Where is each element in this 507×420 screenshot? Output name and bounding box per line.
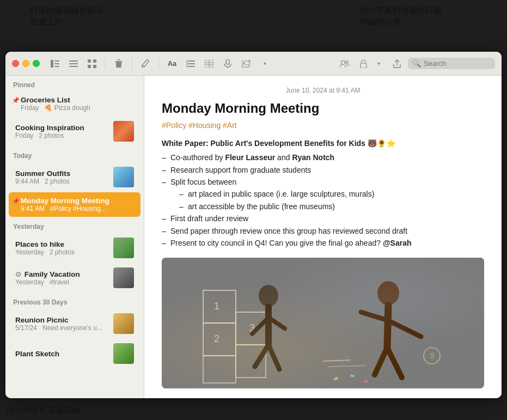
svg-rect-1 [54,60,59,62]
maximize-button[interactable] [33,60,40,67]
table-button[interactable] [201,56,217,71]
svg-rect-9 [88,65,91,68]
chalk-scene: 1 2 3 [162,258,484,388]
svg-point-30 [346,60,349,63]
previous-section-header: Previous 30 Days [5,293,144,308]
callout-pinned-note: 釘選的備忘錄會顯示 在最上方。 [30,4,150,27]
svg-rect-11 [115,61,123,62]
callout-pin-swipe: 向右掃來釘選備忘錄。 [7,404,88,416]
pin-icon: 📌 [12,198,20,205]
svg-line-53 [323,360,350,361]
svg-line-54 [328,366,366,367]
note-title: Monday Morning Meeting [21,197,134,205]
svg-line-49 [361,312,388,320]
svg-point-47 [377,281,399,305]
svg-rect-35 [203,356,236,383]
list-item-text: Split focus between art placed in public… [162,176,484,212]
collaborators-icon [340,60,350,68]
svg-rect-33 [203,290,236,323]
sidebar-toggle-icon [51,60,59,68]
lock-dropdown-button[interactable]: ▾ [371,56,386,71]
svg-point-41 [259,285,278,307]
note-text: Groceries List Friday 🍕 Pizza dough [21,96,134,112]
svg-rect-3 [54,66,59,67]
delete-button[interactable] [111,56,126,71]
note-text: Reunion Picnic 5/17/24 Need everyone's u… [15,316,109,332]
svg-text:5: 5 [430,351,435,360]
list-view-button[interactable] [66,56,81,71]
list-item[interactable]: Cooking Inspiration Friday 2 photos [9,117,141,146]
svg-rect-2 [54,63,59,64]
svg-rect-8 [93,59,96,63]
svg-rect-27 [242,61,249,67]
note-date: June 10, 2024 at 9:41 AM [162,87,484,94]
svg-text:2: 2 [214,333,219,344]
sidebar-toggle-button[interactable] [47,56,63,71]
svg-rect-10 [93,65,96,68]
lock-icon [360,59,367,68]
photo-button[interactable] [239,56,254,71]
toolbar-separator-1 [105,58,106,70]
svg-rect-25 [226,59,229,64]
search-input[interactable] [424,59,489,68]
svg-rect-17 [188,66,195,67]
note-meta: 5/17/24 Need everyone's u... [15,324,109,332]
photo-dropdown-button[interactable]: ▾ [257,56,272,71]
list-item[interactable]: 📌 Groceries List Friday 🍕 Pizza dough [9,92,141,116]
note-thumbnail [113,313,134,334]
note-title: Reunion Picnic [15,316,109,324]
checklist-button[interactable] [183,56,198,71]
svg-line-48 [387,305,388,348]
share-button[interactable] [389,56,405,71]
note-thumbnail [113,238,134,258]
list-item[interactable]: Reunion Picnic 5/17/24 Need everyone's u… [9,309,141,338]
window-controls [12,60,40,67]
list-item-text: art placed in public space (i.e. large s… [170,188,484,200]
note-title: ⊙ Family Vacation [15,270,109,278]
search-icon: 🔍 [412,59,421,68]
audio-button[interactable] [220,56,235,71]
shared-icon: ⊙ [15,270,21,278]
svg-rect-36 [236,312,266,345]
font-button[interactable]: Aa [164,56,180,71]
note-content-area: June 10, 2024 at 9:41 AM Monday Morning … [144,76,502,398]
note-meta: Yesterday #travel [15,278,109,286]
close-button[interactable] [12,60,19,67]
note-meta: Friday 2 photos [15,132,109,139]
note-image: 1 2 3 [162,258,484,388]
chalk-scene-svg: 1 2 3 [162,258,484,388]
list-item[interactable]: 📌 Monday Morning Meeting 9:41 AM #Policy… [9,192,141,217]
svg-text:3: 3 [249,322,255,333]
note-title-heading: Monday Morning Meeting [162,101,484,117]
list-item[interactable]: ⊙ Family Vacation Yesterday #travel [9,263,141,293]
compose-icon [142,59,150,68]
svg-rect-34 [203,323,236,356]
list-item[interactable]: Summer Outfits 9:44 AM 2 photos [9,162,141,192]
svg-rect-58 [350,374,355,378]
checklist-icon [186,60,195,68]
lock-button[interactable] [356,56,371,71]
note-title: Plant Sketch [15,350,109,358]
grid-view-button[interactable] [84,56,100,71]
list-item[interactable]: Places to hike Yesterday 2 photos [9,233,141,263]
svg-line-43 [252,318,268,334]
svg-rect-5 [69,63,78,64]
audio-icon [224,59,231,68]
note-title: Summer Outfits [15,169,109,178]
note-text: Places to hike Yesterday 2 photos [15,240,109,256]
note-title: Places to hike [15,240,109,248]
svg-rect-32 [162,258,484,388]
svg-rect-15 [188,60,195,62]
pin-icon: 📌 [12,97,20,104]
svg-line-44 [268,318,285,328]
svg-rect-19 [186,63,188,64]
svg-rect-0 [51,60,53,68]
svg-line-45 [255,345,268,367]
svg-line-52 [387,348,402,378]
minimize-button[interactable] [22,60,29,67]
list-item[interactable]: Plant Sketch [9,339,141,368]
share-collaborators-button[interactable] [337,56,352,71]
note-meta: Friday 🍕 Pizza dough [21,104,134,112]
compose-button[interactable] [138,56,153,71]
list-item-text: art accessible by the public (free museu… [170,200,484,212]
